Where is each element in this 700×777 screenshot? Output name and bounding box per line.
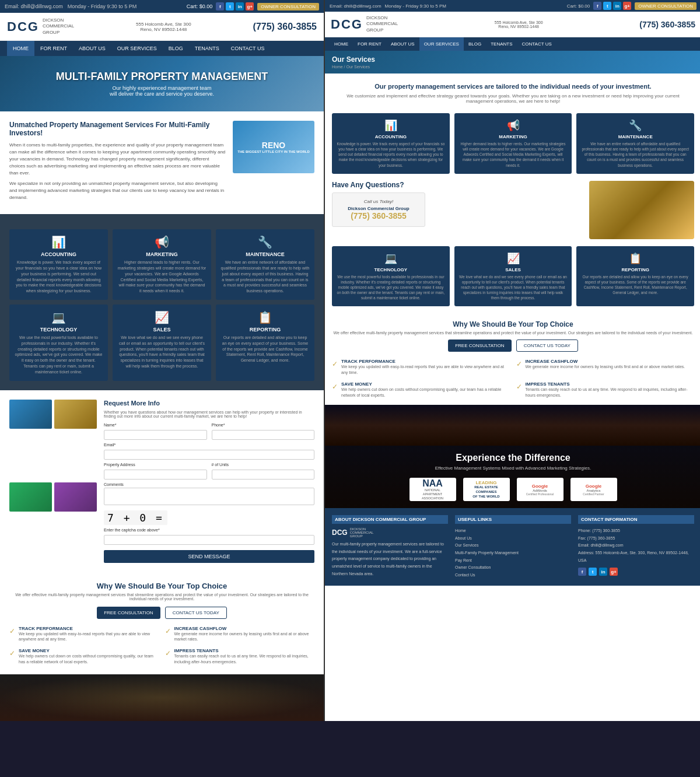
nav-contact-right[interactable]: CONTACT US [517,37,556,51]
feature-cash-right: ✓ Increase CASHFLOW We generate more inc… [516,359,695,376]
consultation-btn-right[interactable]: FREE CONSULTATION [448,340,511,352]
check-icon-1: ✓ [9,627,15,635]
units-input[interactable] [212,470,315,480]
header-address-right: 555 Holcomb Ave, Ste 300 Reno, NV 89502-… [495,20,543,29]
owner-btn-left[interactable]: OWNER CONSULTATION [257,3,319,10]
logos-row: NAA NATIONALAPARTMENTASSOCIATION Leading… [332,478,694,501]
main-nav-left[interactable]: HOME FOR RENT ABOUT US OUR SERVICES BLOG… [0,41,324,56]
feat3-title-left: Save MONEY [19,648,159,653]
footer-li-icon[interactable]: in [599,568,607,576]
rfeat2-title: Increase CASHFLOW [526,359,685,364]
footer-link-contact[interactable]: Contact Us [455,572,571,579]
phone-input[interactable] [212,430,315,440]
footer-link-mfpm[interactable]: Multi-Family Property Management [455,550,571,557]
why-section-right: Why We Should Be Your Top Choice We offe… [325,313,700,405]
nav-about-right[interactable]: ABOUT US [386,37,419,51]
nav-services-left[interactable]: OUR SERVICES [111,41,163,56]
r-reporting-title: REPORTING [581,267,690,272]
technology-title-left: TECHNOLOGY [14,327,103,332]
google-icon-left[interactable]: g+ [246,2,254,10]
hours-right: Monday - Friday 9:30 to 5 PM [385,4,446,9]
footer-link-owner[interactable]: Owner Consultation [455,564,571,572]
facebook-icon-left[interactable]: f [216,2,224,10]
feat2-title-left: Increase CASHFLOW [174,626,315,631]
service-row2-right: 💻 TECHNOLOGY We use the most powerful to… [325,246,700,313]
comments-input[interactable] [104,488,314,505]
footer-tw-icon[interactable]: t [589,568,597,576]
twitter-icon-right[interactable]: t [603,2,611,10]
footer-link-about[interactable]: About Us [455,535,571,542]
r-reporting-icon: 📋 [581,252,690,265]
feat1-title-left: Track PERFORMANCE [19,626,159,631]
captcha-input[interactable] [104,535,314,545]
check-icon-3: ✓ [9,649,15,657]
why-section-left: Why We Should Be Your Top Choice We offe… [0,572,324,674]
feature-impress-right: ✓ Impress TENANTS Tenants can easily rea… [516,382,695,398]
main-nav-right[interactable]: HOME FOR RENT ABOUT US OUR SERVICES BLOG… [325,37,700,51]
nav-forrent-right[interactable]: FOR RENT [353,37,386,51]
nav-blog-right[interactable]: BLOG [464,37,486,51]
services-intro-title: Our property management services are tai… [334,83,692,90]
r-marketing-desc: Higher demand leads to higher rents. Our… [459,141,568,167]
check-icon-2: ✓ [165,627,171,635]
nav-about-left[interactable]: ABOUT US [73,41,111,56]
facebook-icon-right[interactable]: f [593,2,601,10]
nav-services-right[interactable]: OUR SERVICES [419,37,464,51]
footer-link-services[interactable]: Our Services [455,542,571,550]
cart-right[interactable]: Cart: $0.00 [567,4,590,9]
r-maintenance-desc: We have an entire network of affordable … [581,141,690,167]
contact-btn-right[interactable]: CONTACT US TODAY [516,340,578,352]
call-phone[interactable]: (775) 360-3855 [338,211,419,220]
email-input[interactable] [104,450,314,460]
nav-home-left[interactable]: HOME [7,41,34,56]
leading-text: Leading [475,480,496,485]
footer-link-payrent[interactable]: Pay Rent [455,557,571,565]
check-icon-4: ✓ [165,649,171,657]
footer-gp-icon[interactable]: g+ [610,568,618,576]
nav-home-right[interactable]: HOME [330,37,353,51]
nav-blog-left[interactable]: BLOG [163,41,189,56]
footer-email[interactable]: Email: dhill@dillnwg.com [578,542,694,550]
naa-logo: NAA NATIONALAPARTMENTASSOCIATION [410,478,456,501]
nav-tenants-left[interactable]: TENANTS [189,41,225,56]
nav-forrent-left[interactable]: FOR RENT [34,41,73,56]
site-header-left: DCG DICKSONCOMMERCIALGROUP 555 Holcomb A… [0,13,324,41]
footer-link-home[interactable]: Home [455,527,571,535]
logo-left[interactable]: DCG DICKSONCOMMERCIALGROUP [7,18,74,36]
cart-left[interactable]: Cart: $0.00 [187,4,213,9]
logo-right[interactable]: DCG DICKSONCOMMERCIALGROUP [331,15,398,33]
property-photos-left [9,400,97,563]
linkedin-icon-right[interactable]: in [613,2,621,10]
email-label: Email* [104,443,314,447]
owner-btn-right[interactable]: OWNER CONSULTATION [635,2,696,10]
header-phone-right[interactable]: (775) 360-3855 [639,20,695,29]
address-input[interactable] [104,470,207,480]
linkedin-icon-left[interactable]: in [236,2,244,10]
sales-title-left: SALES [117,327,206,332]
twitter-icon-left[interactable]: t [226,2,234,10]
feature-save-right: ✓ Save MONEY We help owners cut down on … [332,382,510,398]
services-banner-right: Our Services Home / Our Services [325,51,700,74]
footer-phone[interactable]: Phone: (775) 360-3855 [578,527,694,535]
submit-btn-left[interactable]: SEND MESSAGE [104,550,314,563]
nav-tenants-right[interactable]: TENANTS [486,37,517,51]
consultation-btn-left[interactable]: FREE CONSULTATION [97,607,160,619]
questions-title: Have Any Questions? [332,181,582,189]
rfeat2-desc: We generate more income for owners by le… [526,364,685,370]
contact-btn-left[interactable]: CONTACT US TODAY [165,607,227,619]
services-intro-desc: We customize and implement and effective… [334,93,692,104]
google-icon-right[interactable]: g+ [623,2,631,10]
form-desc-left: Whether you have questions about how our… [104,410,314,418]
nav-contact-left[interactable]: CONTACT US [225,41,271,56]
feature-cashflow-left: ✓ Increase CASHFLOW We generate more inc… [165,626,315,643]
service-grid-left: 📊 ACCOUNTING Knowledge is power. We trac… [9,229,314,380]
header-phone-left[interactable]: (775) 360-3855 [253,22,317,32]
email-right: Email: dhill@dillnwg.com [330,4,382,9]
night-highway-right [325,405,700,446]
r-maintenance-card: 🔧 MAINTENANCE We have an entire network … [576,113,694,173]
address-label: Property Address [104,463,207,467]
accounting-icon-left: 📊 [14,235,103,249]
name-input[interactable] [104,430,207,440]
footer-fb-icon[interactable]: f [578,568,586,576]
service-technology-left: 💻 TECHNOLOGY We use the most powerful to… [9,304,108,381]
